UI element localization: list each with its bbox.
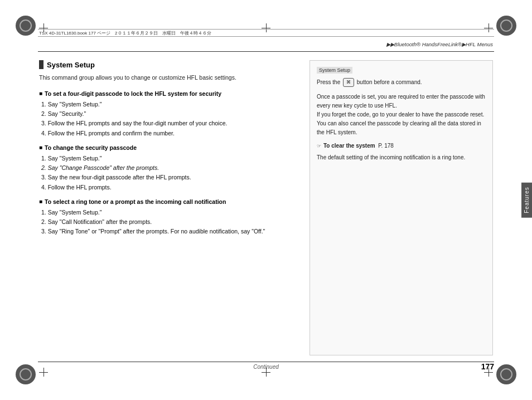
breadcrumb-text: ▶▶Bluetooth® HandsFreeLink®▶HFL Menus [386, 41, 493, 47]
section-title: System Setup [47, 61, 95, 69]
left-content: System Setup This command group allows y… [39, 60, 293, 355]
right-body1: Once a passcode is set, you are required… [317, 92, 486, 137]
corner-circle-br [496, 364, 516, 384]
corner-circle-bl [16, 364, 36, 384]
step-2-1: 1. Say "System Setup." [41, 154, 293, 163]
right-body2: The default setting of the incoming noti… [317, 153, 486, 162]
step-3-2: 2. Say "Call Notification" after the pro… [41, 217, 293, 226]
page-number: 177 [481, 362, 494, 371]
hfl-button-icon: ⌘ [343, 78, 354, 87]
step-3-1: 1. Say "System Setup." [41, 208, 293, 217]
step-1-2: 2. Say "Security." [41, 109, 293, 118]
step-2-2: 2. Say "Change Passcode" after the promp… [41, 163, 293, 172]
subsection-3-heading: To select a ring tone or a prompt as the… [39, 198, 293, 205]
right-intro: Press the ⌘ button before a command. [317, 78, 486, 87]
continued-text: Continued [253, 364, 279, 370]
subsection-1-steps: 1. Say "System Setup." 2. Say "Security.… [41, 100, 293, 138]
step-2-3: 3. Say the new four-digit passcode after… [41, 173, 293, 182]
metadata-text: TSX 4D-31TL1630.book 177 ページ 2０１１年６月２９日 … [39, 30, 211, 36]
heading-bar [39, 60, 43, 69]
subsection-1-heading: To set a four-digit passcode to lock the… [39, 90, 293, 97]
step-3-3: 3. Say "Ring Tone" or "Prompt" after the… [41, 227, 293, 236]
link-arrow-icon: ☞ [317, 143, 321, 149]
section-heading: System Setup [39, 60, 293, 69]
right-link-clear: ☞ To clear the system P. 178 [317, 143, 486, 149]
section-description: This command group allows you to change … [39, 74, 293, 82]
corner-circle-tr [496, 16, 516, 36]
step-2-4: 4. Follow the HFL prompts. [41, 183, 293, 192]
breadcrumb: ▶▶Bluetooth® HandsFreeLink®▶HFL Menus [386, 41, 493, 47]
metadata-bar: TSX 4D-31TL1630.book 177 ページ 2０１１年６月２９日 … [38, 29, 494, 37]
step-1-3: 3. Follow the HFL prompts and say the fo… [41, 119, 293, 128]
corner-circle-tl [16, 16, 36, 36]
right-panel-label: System Setup [317, 67, 352, 74]
right-panel: System Setup Press the ⌘ button before a… [309, 60, 493, 355]
subsection-3-steps: 1. Say "System Setup." 2. Say "Call Noti… [41, 208, 293, 236]
subsection-2-heading: To change the security passcode [39, 144, 293, 151]
page: TSX 4D-31TL1630.book 177 ページ 2０１１年６月２９日 … [0, 0, 532, 400]
link-label: To clear the system P. 178 [323, 143, 394, 149]
step-1-4: 4. Follow the HFL prompts and confirm th… [41, 129, 293, 138]
step-1-1: 1. Say "System Setup." [41, 100, 293, 109]
top-rule [38, 51, 494, 52]
bottom-bar: Continued 177 [38, 362, 494, 371]
features-tab: Features [521, 182, 532, 217]
subsection-2-steps: 1. Say "System Setup." 2. Say "Change Pa… [41, 154, 293, 192]
